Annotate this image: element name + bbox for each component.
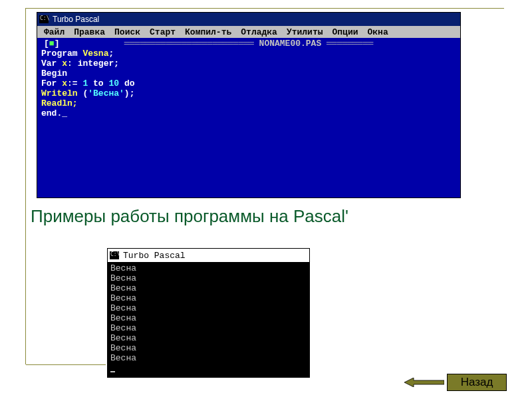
- menu-tools[interactable]: Утилиты: [287, 28, 323, 37]
- output-line: Весна: [110, 293, 136, 303]
- output-line: Весна: [110, 313, 136, 323]
- svg-marker-0: [404, 378, 444, 387]
- menu-search[interactable]: Поиск: [114, 28, 140, 37]
- menu-compile[interactable]: Компил-ть: [185, 28, 231, 37]
- back-button[interactable]: Назад: [447, 374, 507, 391]
- output-line: Весна: [110, 283, 136, 293]
- output-titlebar: Turbo Pascal: [108, 249, 309, 262]
- editor-titlebar: Turbo Pascal: [37, 13, 460, 26]
- output-console-window: Turbo Pascal Весна Весна Весна Весна Вес…: [107, 248, 310, 378]
- menu-options[interactable]: Опции: [332, 28, 358, 37]
- editor-code[interactable]: Program Vesna; Var x: integer; Begin For…: [41, 49, 134, 118]
- turbo-pascal-editor-window: Turbo Pascal Файл Правка Поиск Старт Ком…: [37, 12, 461, 198]
- output-title: Turbo Pascal: [123, 251, 186, 260]
- system-menu-icon[interactable]: [39, 15, 49, 23]
- menu-edit[interactable]: Правка: [74, 28, 105, 37]
- editor-area[interactable]: [■] ═════════════════════════ NONAME00.P…: [37, 38, 460, 198]
- system-menu-icon[interactable]: [110, 251, 119, 259]
- editor-title: Turbo Pascal: [53, 15, 99, 24]
- editor-frame-top: [■] ═════════════════════════ NONAME00.P…: [39, 39, 459, 49]
- output-line: Весна: [110, 303, 136, 313]
- output-line: Весна: [110, 333, 136, 343]
- output-body: Весна Весна Весна Весна Весна Весна Весн…: [108, 262, 309, 377]
- menu-run[interactable]: Старт: [150, 28, 176, 37]
- editor-menubar: Файл Правка Поиск Старт Компил-ть Отладк…: [37, 26, 460, 38]
- editor-filename: ═════════════════════════ NONAME00.PAS ═…: [124, 39, 373, 49]
- editor-close-control[interactable]: [■]: [44, 39, 59, 49]
- menu-debug[interactable]: Отладка: [241, 28, 277, 37]
- back-arrow-icon: [404, 378, 444, 387]
- section-heading: Примеры работы программы на Pascal': [31, 206, 348, 227]
- cursor-icon: [110, 371, 115, 372]
- output-line: Весна: [110, 273, 136, 283]
- menu-window[interactable]: Окна: [368, 28, 388, 37]
- output-line: Весна: [110, 343, 136, 353]
- output-line: Весна: [110, 263, 136, 273]
- menu-file[interactable]: Файл: [44, 28, 65, 37]
- output-line: Весна: [110, 323, 136, 333]
- output-line: Весна: [110, 353, 136, 363]
